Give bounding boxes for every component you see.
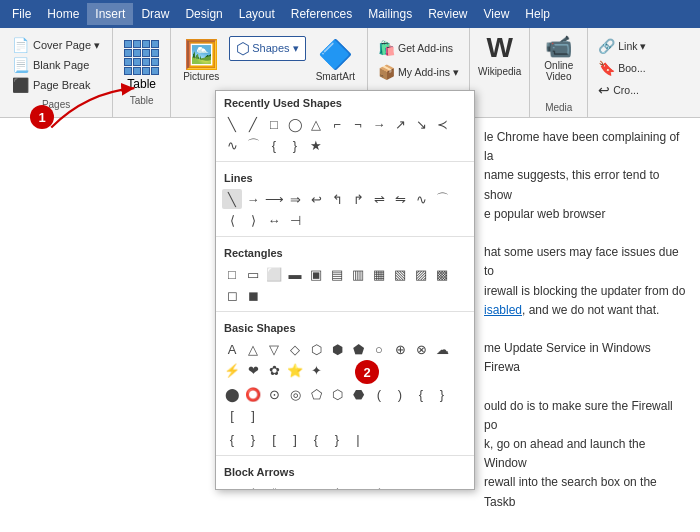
shape-item[interactable]: ⬟ <box>348 339 368 359</box>
shape-item[interactable]: ⬜ <box>264 264 284 284</box>
shape-item[interactable]: ∿ <box>411 189 431 209</box>
shape-item[interactable]: ╱ <box>243 114 263 134</box>
shape-item[interactable]: ⭕ <box>243 384 263 404</box>
shape-item[interactable]: ⬡ <box>327 384 347 404</box>
menu-draw[interactable]: Draw <box>133 3 177 25</box>
menu-layout[interactable]: Layout <box>231 3 283 25</box>
shape-item[interactable]: ⊙ <box>264 384 284 404</box>
shape-item[interactable]: ⟶ <box>264 189 284 209</box>
shape-item[interactable]: ⬢ <box>327 339 347 359</box>
shape-item[interactable]: ↘ <box>411 114 431 134</box>
shape-item[interactable]: ⊕ <box>390 339 410 359</box>
shape-item[interactable]: ⇒ <box>222 483 242 490</box>
shape-item[interactable]: ⌒ <box>432 189 452 209</box>
menu-home[interactable]: Home <box>39 3 87 25</box>
shape-item[interactable]: ] <box>243 405 263 425</box>
shape-item[interactable]: { <box>264 135 284 155</box>
shape-item[interactable]: △ <box>243 339 263 359</box>
shape-item[interactable]: → <box>369 114 389 134</box>
page-break-button[interactable]: ⬛ Page Break <box>8 75 104 95</box>
shape-item[interactable]: ↺ <box>390 483 410 490</box>
shape-item[interactable]: ▬ <box>285 264 305 284</box>
menu-view[interactable]: View <box>476 3 518 25</box>
shape-item[interactable]: ∿ <box>222 135 242 155</box>
shape-item[interactable]: ⟨ <box>222 210 242 230</box>
shape-item[interactable]: ] <box>285 429 305 449</box>
wikipedia-group[interactable]: W Wikipedia <box>470 28 530 117</box>
shape-item[interactable]: ≺ <box>432 114 452 134</box>
shape-item[interactable]: ⇕ <box>369 483 389 490</box>
menu-file[interactable]: File <box>4 3 39 25</box>
online-video-button[interactable]: 📹 Online Video <box>538 32 579 84</box>
shape-item[interactable]: } <box>243 429 263 449</box>
smartart-button[interactable]: 🔷 SmartArt <box>310 36 361 84</box>
menu-insert[interactable]: Insert <box>87 3 133 25</box>
get-addins-button[interactable]: 🛍️ Get Add-ins <box>374 38 463 58</box>
shape-item[interactable]: ↔ <box>264 210 284 230</box>
shape-item[interactable]: ⟩ <box>243 210 263 230</box>
shape-item[interactable]: } <box>432 384 452 404</box>
shape-item[interactable]: ⊗ <box>411 339 431 359</box>
shape-item[interactable]: { <box>222 429 242 449</box>
shape-item[interactable]: [ <box>222 405 242 425</box>
blank-page-button[interactable]: 📃 Blank Page <box>8 55 104 75</box>
shape-item[interactable]: ⌒ <box>243 135 263 155</box>
shape-item[interactable]: ○ <box>369 339 389 359</box>
shape-item[interactable]: ↻ <box>411 483 431 490</box>
shape-item[interactable]: { <box>411 384 431 404</box>
shape-item[interactable]: ↰ <box>327 189 347 209</box>
shape-item[interactable]: ⊣ <box>285 210 305 230</box>
shape-item[interactable]: ⬤ <box>222 384 242 404</box>
shape-item[interactable]: ◯ <box>285 114 305 134</box>
shape-item[interactable]: ◻ <box>222 285 242 305</box>
shape-item[interactable]: ◇ <box>285 339 305 359</box>
shape-item[interactable]: ▨ <box>411 264 431 284</box>
menu-help[interactable]: Help <box>517 3 558 25</box>
bookmark-button[interactable]: 🔖 Boo... <box>594 58 650 78</box>
shape-item[interactable]: → <box>243 189 263 209</box>
shape-item[interactable]: ▽ <box>264 339 284 359</box>
shape-item[interactable]: ❤ <box>243 360 263 380</box>
shape-item[interactable]: ⬈ <box>432 483 452 490</box>
shape-item[interactable]: ▤ <box>327 264 347 284</box>
shape-item[interactable]: ◼ <box>243 285 263 305</box>
crossref-button[interactable]: ↩ Cro... <box>594 80 650 100</box>
shape-item[interactable]: ↱ <box>348 189 368 209</box>
shape-item[interactable]: ▦ <box>369 264 389 284</box>
cover-page-button[interactable]: 📄 Cover Page ▾ <box>8 35 104 55</box>
shape-item[interactable]: ▣ <box>306 264 326 284</box>
shape-item[interactable]: ↗ <box>390 114 410 134</box>
shape-item[interactable]: { <box>306 429 326 449</box>
shape-item[interactable]: } <box>327 429 347 449</box>
shape-item[interactable]: □ <box>222 264 242 284</box>
shape-item[interactable]: ▥ <box>348 264 368 284</box>
shape-item[interactable]: ⇐ <box>285 483 305 490</box>
shape-item[interactable]: △ <box>306 114 326 134</box>
shape-item[interactable]: ↩ <box>306 189 326 209</box>
shape-item[interactable]: ▭ <box>243 264 263 284</box>
shape-item[interactable]: ¬ <box>348 114 368 134</box>
shape-item[interactable]: [ <box>264 429 284 449</box>
shapes-button[interactable]: ⬡ Shapes ▾ <box>229 36 305 61</box>
menu-design[interactable]: Design <box>177 3 230 25</box>
shape-item[interactable]: ) <box>390 384 410 404</box>
shape-item[interactable]: □ <box>264 114 284 134</box>
shape-item[interactable]: ✦ <box>306 360 326 380</box>
shape-item[interactable]: ▧ <box>390 264 410 284</box>
shape-item[interactable]: ▩ <box>432 264 452 284</box>
shape-item[interactable]: ⬍ <box>327 483 347 490</box>
shape-item[interactable]: | <box>348 429 368 449</box>
shape-item[interactable]: ⌐ <box>327 114 347 134</box>
shape-item[interactable]: ⇑ <box>243 483 263 490</box>
shape-item[interactable]: ☁ <box>432 339 452 359</box>
shape-item[interactable]: ╲ <box>222 114 242 134</box>
table-group[interactable]: Table Table <box>113 28 171 117</box>
shape-item[interactable]: ⇌ <box>369 189 389 209</box>
my-addins-button[interactable]: 📦 My Add-ins ▾ <box>374 62 463 82</box>
shape-item[interactable]: ✿ <box>264 360 284 380</box>
shape-item[interactable]: ⇋ <box>390 189 410 209</box>
shape-item[interactable]: ★ <box>306 135 326 155</box>
shape-item[interactable]: } <box>285 135 305 155</box>
menu-review[interactable]: Review <box>420 3 475 25</box>
shape-item[interactable]: ╲ <box>222 189 242 209</box>
